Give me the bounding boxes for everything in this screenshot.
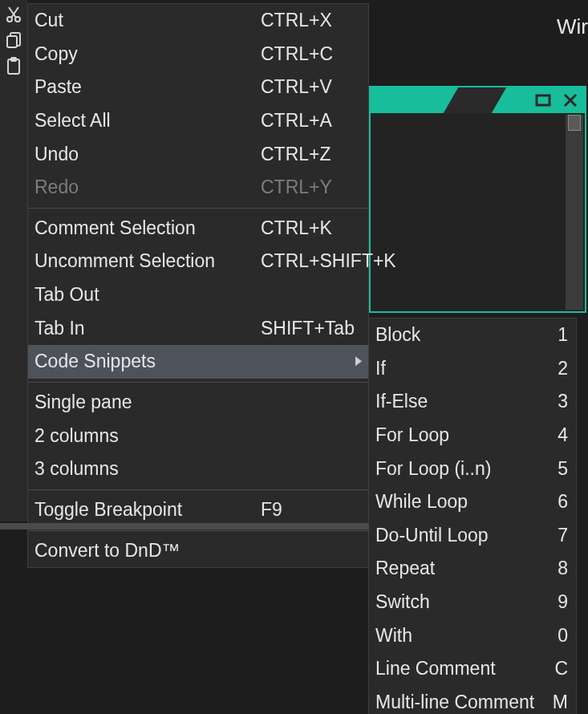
menu-item-label: Uncomment Selection xyxy=(34,247,215,276)
menu-item-with[interactable]: With0 xyxy=(369,619,576,653)
cut-icon[interactable] xyxy=(4,5,23,24)
menu-item-label: Do-Until Loop xyxy=(375,521,489,550)
snippets-submenu: Block1If2If-Else3For Loop4For Loop (i..n… xyxy=(368,318,577,714)
partial-title: Wir xyxy=(557,14,588,39)
menu-item-comment[interactable]: Comment SelectionCTRL+K xyxy=(28,212,368,245)
menu-item-tab-out[interactable]: Tab Out xyxy=(28,278,368,312)
menu-item-shortcut: CTRL+Z xyxy=(261,140,331,169)
menu-item-redo: RedoCTRL+Y xyxy=(28,171,368,205)
menu-item-for[interactable]: For Loop4 xyxy=(369,419,576,452)
menu-item-label: Single pane xyxy=(34,388,132,417)
menu-item-label: Block xyxy=(375,321,420,350)
svg-point-2 xyxy=(15,17,20,22)
menu-item-shortcut: 7 xyxy=(558,521,568,550)
scrollbar[interactable] xyxy=(566,115,583,310)
menu-item-label: Line Comment xyxy=(375,655,496,684)
menu-item-paste[interactable]: PasteCTRL+V xyxy=(28,71,368,104)
menu-item-label: 3 columns xyxy=(34,455,119,484)
menu-item-shortcut: M xyxy=(553,688,568,714)
menu-item-pane2[interactable]: 2 columns xyxy=(28,420,368,453)
menu-item-label: Code Snippets xyxy=(34,347,156,376)
menu-item-label: With xyxy=(375,622,412,651)
svg-point-1 xyxy=(7,17,12,22)
menu-item-shortcut: CTRL+A xyxy=(261,107,332,136)
menu-item-cut[interactable]: CutCTRL+X xyxy=(28,4,368,38)
menu-item-shortcut: 3 xyxy=(558,387,568,416)
menu-item-label: Repeat xyxy=(375,554,435,583)
menu-item-shortcut: CTRL+SHIFT+K xyxy=(261,247,396,276)
toolbar-gutter xyxy=(0,0,27,521)
menu-item-shortcut: CTRL+K xyxy=(261,214,332,243)
menu-item-shortcut: SHIFT+Tab xyxy=(261,314,355,343)
menu-item-label: Tab In xyxy=(34,314,85,343)
menu-item-label: If xyxy=(375,355,386,383)
menu-item-while[interactable]: While Loop6 xyxy=(369,485,576,519)
menu-item-block[interactable]: Block1 xyxy=(369,318,576,352)
menu-item-shortcut: 1 xyxy=(558,321,568,350)
menu-item-shortcut: 9 xyxy=(558,588,568,617)
menu-item-shortcut: 4 xyxy=(558,421,568,450)
close-icon[interactable] xyxy=(562,92,578,108)
menu-separator xyxy=(28,382,368,383)
menu-item-shortcut: 2 xyxy=(558,355,568,383)
menu-item-mcomment[interactable]: Multi-line CommentM xyxy=(369,686,576,714)
svg-rect-3 xyxy=(7,36,17,47)
panel-strip xyxy=(0,523,369,529)
menu-item-pane1[interactable]: Single pane xyxy=(28,386,368,420)
menu-item-forn[interactable]: For Loop (i..n)5 xyxy=(369,452,576,486)
menu-item-label: For Loop (i..n) xyxy=(375,455,491,484)
menu-item-select-all[interactable]: Select AllCTRL+A xyxy=(28,104,368,138)
menu-item-copy[interactable]: CopyCTRL+C xyxy=(28,38,368,71)
copy-icon[interactable] xyxy=(4,30,23,50)
menu-item-uncomment[interactable]: Uncomment SelectionCTRL+SHIFT+K xyxy=(28,245,368,278)
menu-item-dountil[interactable]: Do-Until Loop7 xyxy=(369,519,576,553)
titlebar-notch xyxy=(444,87,506,113)
menu-item-dnd[interactable]: Convert to DnD™ xyxy=(28,534,368,568)
paste-icon[interactable] xyxy=(4,56,23,75)
menu-item-shortcut: C xyxy=(554,655,568,684)
menu-item-shortcut: CTRL+V xyxy=(261,73,332,102)
menu-item-label: Tab Out xyxy=(34,281,99,310)
menu-item-label: Multi-line Comment xyxy=(375,688,534,714)
maximize-icon[interactable] xyxy=(535,92,551,108)
menu-separator xyxy=(28,530,368,531)
svg-rect-0 xyxy=(537,95,549,105)
menu-item-shortcut: 6 xyxy=(558,488,568,517)
menu-item-label: Convert to DnD™ xyxy=(34,537,180,566)
chevron-right-icon xyxy=(354,347,363,376)
menu-item-repeat[interactable]: Repeat8 xyxy=(369,552,576,586)
menu-separator xyxy=(28,489,368,490)
menu-item-label: Paste xyxy=(34,73,82,102)
editor-titlebar xyxy=(371,87,585,113)
menu-item-label: Toggle Breakpoint xyxy=(34,496,182,525)
menu-item-label: Cut xyxy=(34,6,63,35)
menu-item-label: Redo xyxy=(34,173,79,202)
menu-item-shortcut: 0 xyxy=(558,622,568,651)
menu-item-label: For Loop xyxy=(375,421,449,450)
menu-item-if[interactable]: If2 xyxy=(369,352,576,386)
menu-item-label: If-Else xyxy=(375,387,428,416)
menu-item-shortcut: F9 xyxy=(261,496,282,525)
context-menu: CutCTRL+XCopyCTRL+CPasteCTRL+VSelect All… xyxy=(27,3,369,568)
menu-item-switch[interactable]: Switch9 xyxy=(369,586,576,619)
menu-item-shortcut: 5 xyxy=(558,455,568,484)
menu-item-breakpoint[interactable]: Toggle BreakpointF9 xyxy=(28,493,368,527)
editor-window xyxy=(369,86,586,313)
menu-item-shortcut: CTRL+C xyxy=(261,40,333,69)
menu-item-label: Comment Selection xyxy=(34,214,196,243)
menu-item-label: Copy xyxy=(34,40,78,69)
menu-item-lcomment[interactable]: Line CommentC xyxy=(369,652,576,686)
menu-item-snippets[interactable]: Code Snippets xyxy=(28,345,368,379)
menu-item-undo[interactable]: UndoCTRL+Z xyxy=(28,138,368,172)
menu-item-label: Select All xyxy=(34,107,111,136)
menu-item-label: 2 columns xyxy=(34,422,119,451)
menu-item-label: Undo xyxy=(34,140,79,169)
menu-item-tab-in[interactable]: Tab InSHIFT+Tab xyxy=(28,312,368,346)
menu-item-pane3[interactable]: 3 columns xyxy=(28,452,368,486)
menu-item-label: While Loop xyxy=(375,488,468,517)
menu-item-shortcut: CTRL+Y xyxy=(261,173,332,202)
menu-item-label: Switch xyxy=(375,588,430,617)
menu-item-ifelse[interactable]: If-Else3 xyxy=(369,385,576,419)
menu-item-shortcut: CTRL+X xyxy=(261,6,332,35)
menu-separator xyxy=(28,208,368,209)
